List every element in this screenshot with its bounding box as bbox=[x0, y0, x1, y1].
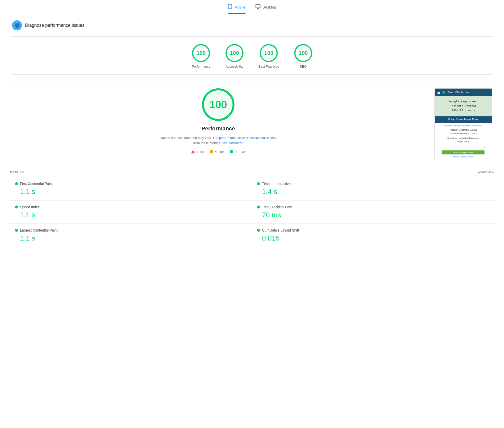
scores-row: 100 Performance 100 Accessibility 100 Be… bbox=[15, 44, 489, 68]
metric-name-lcp: Largest Contentful Paint bbox=[20, 228, 58, 232]
metric-value-lcp: 1.1 s bbox=[15, 234, 247, 242]
metric-dot-tti bbox=[257, 182, 260, 185]
legend-item-low: 0–49 bbox=[191, 150, 204, 154]
metric-name-si: Speed Index bbox=[20, 205, 40, 209]
metric-cell-si: Speed Index 1.1 s bbox=[10, 200, 252, 224]
tab-desktop[interactable]: Desktop bbox=[256, 4, 276, 14]
metric-value-fcp: 1.1 s bbox=[15, 188, 247, 196]
legend-triangle-icon bbox=[191, 150, 195, 153]
calculator-link[interactable]: See calculator bbox=[222, 141, 242, 145]
screenshot-url: SearchTruth.com bbox=[448, 91, 469, 94]
legend-low-label: 0–49 bbox=[196, 150, 204, 154]
metric-dot-lcp bbox=[15, 229, 18, 232]
metric-cell-cls: Cumulative Layout Shift 0.015 bbox=[252, 224, 494, 247]
score-label-performance: Performance bbox=[192, 65, 210, 68]
performance-desc: Values are estimated and may vary. The p… bbox=[158, 135, 278, 146]
screenshot-topbar: ☰ 🐦 SearchTruth.com bbox=[435, 89, 492, 96]
expand-view-button[interactable]: Expand view bbox=[476, 170, 494, 174]
legend-high-label: 90–100 bbox=[235, 150, 246, 154]
tab-desktop-label: Desktop bbox=[262, 5, 276, 9]
metric-cell-lcp: Largest Contentful Paint 1.1 s bbox=[10, 224, 252, 247]
screenshot-content: Google Page SpeedInsights Perfect100/100… bbox=[435, 96, 492, 116]
metrics-header: METRICS Expand view bbox=[10, 168, 494, 177]
performance-score-link[interactable]: performance score is calculated bbox=[219, 136, 265, 140]
metric-dot-fcp bbox=[15, 182, 18, 185]
big-score-circle: 100 bbox=[202, 88, 234, 121]
metric-name-row-cls: Cumulative Layout Shift bbox=[257, 228, 489, 232]
metric-name-tbt: Total Blocking Time bbox=[262, 205, 292, 209]
diagnose-icon: 🔵 bbox=[12, 20, 22, 30]
metrics-grid: First Contentful Paint 1.1 s Time to Int… bbox=[10, 177, 494, 247]
diagnose-title: Diagnose performance issues bbox=[25, 23, 84, 28]
metric-dot-tbt bbox=[257, 205, 260, 208]
performance-section: 100 Performance Values are estimated and… bbox=[0, 81, 504, 168]
mobile-icon bbox=[228, 4, 232, 10]
metric-name-row-tbt: Total Blocking Time bbox=[257, 205, 489, 209]
diagnose-section: 🔵 Diagnose performance issues bbox=[0, 14, 504, 36]
screenshot-blue-band: United States Prayer Times bbox=[435, 116, 492, 123]
legend-mid-label: 50–89 bbox=[215, 150, 224, 154]
metric-name-row-si: Speed Index bbox=[15, 205, 247, 209]
legend-item-mid: 50–89 bbox=[210, 150, 224, 154]
score-item-accessibility: 100 Accessibility bbox=[226, 44, 244, 68]
screenshot-search-btn: Search Prayer Times bbox=[442, 150, 484, 154]
tab-mobile-label: Mobile bbox=[234, 5, 245, 9]
metric-name-row-fcp: First Contentful Paint bbox=[15, 182, 247, 186]
tab-mobile[interactable]: Mobile bbox=[228, 4, 245, 14]
legend-row: 0–49 50–89 90–100 bbox=[12, 150, 424, 154]
performance-title: Performance bbox=[12, 125, 424, 132]
metrics-label: METRICS bbox=[10, 171, 24, 174]
score-circle-best-practices: 100 bbox=[260, 44, 278, 62]
performance-right: ☰ 🐦 SearchTruth.com Google Page SpeedIns… bbox=[434, 88, 492, 160]
screenshot-footer-link: World Prayer Times bbox=[437, 155, 490, 159]
metric-value-si: 1.1 s bbox=[15, 211, 247, 219]
svg-point-1 bbox=[230, 8, 230, 8]
legend-circle-icon bbox=[230, 150, 233, 153]
bird-icon: 🐦 bbox=[442, 90, 446, 94]
screenshot-fake-input bbox=[442, 146, 484, 149]
score-item-performance: 100 Performance bbox=[192, 44, 210, 68]
metric-value-cls: 0.015 bbox=[257, 234, 489, 242]
score-circle-accessibility: 100 bbox=[226, 44, 244, 62]
legend-square-icon bbox=[210, 150, 213, 153]
metric-cell-tbt: Total Blocking Time 70 ms bbox=[252, 200, 494, 224]
menu-icon: ☰ bbox=[437, 90, 440, 94]
screenshot-white-area-1: United States (Check More Locations) Tue… bbox=[435, 123, 492, 145]
metric-name-tti: Time to Interactive bbox=[262, 182, 291, 186]
performance-left: 100 Performance Values are estimated and… bbox=[12, 88, 424, 160]
metric-name-row-lcp: Largest Contentful Paint bbox=[15, 228, 247, 232]
metrics-section: METRICS Expand view First Contentful Pai… bbox=[0, 168, 504, 255]
score-circle-seo: 100 bbox=[294, 44, 312, 62]
tab-bar: Mobile Desktop bbox=[0, 0, 504, 14]
scores-card: 100 Performance 100 Accessibility 100 Be… bbox=[10, 36, 494, 75]
desktop-icon bbox=[256, 4, 260, 10]
screenshot-input-area: Search Prayer Times World Prayer Times bbox=[435, 145, 492, 160]
metric-dot-cls bbox=[257, 229, 260, 232]
screenshot-content-text: Google Page SpeedInsights Perfect100/100… bbox=[437, 100, 489, 113]
score-item-seo: 100 SEO bbox=[294, 44, 312, 68]
score-label-accessibility: Accessibility bbox=[226, 65, 243, 68]
score-circle-performance: 100 bbox=[192, 44, 210, 62]
metric-name-cls: Cumulative Layout Shift bbox=[262, 228, 299, 232]
legend-item-high: 90–100 bbox=[230, 150, 246, 154]
score-label-best-practices: Best Practices bbox=[258, 65, 279, 68]
score-item-best-practices: 100 Best Practices bbox=[258, 44, 279, 68]
screenshot-frame: ☰ 🐦 SearchTruth.com Google Page SpeedIns… bbox=[434, 88, 492, 160]
metric-name-fcp: First Contentful Paint bbox=[20, 182, 53, 186]
metric-name-row-tti: Time to Interactive bbox=[257, 182, 489, 186]
svg-rect-2 bbox=[256, 5, 260, 8]
metric-cell-fcp: First Contentful Paint 1.1 s bbox=[10, 177, 252, 200]
metric-cell-tti: Time to Interactive 1.4 s bbox=[252, 177, 494, 200]
score-label-seo: SEO bbox=[300, 65, 306, 68]
metric-value-tbt: 70 ms bbox=[257, 211, 489, 219]
metric-dot-si bbox=[15, 205, 18, 208]
metric-value-tti: 1.4 s bbox=[257, 188, 489, 196]
